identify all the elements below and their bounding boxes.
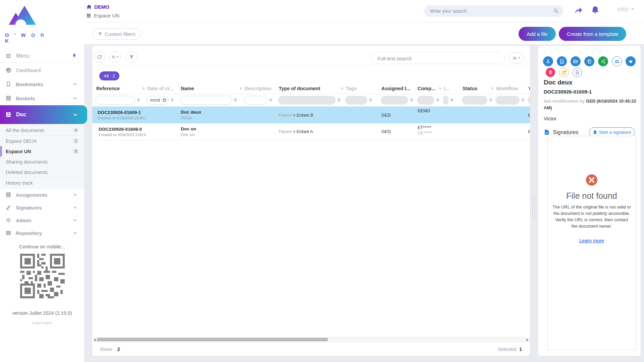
column-header-name[interactable]: Name <box>179 83 243 94</box>
column-header-date[interactable]: Date of cr... <box>146 83 179 94</box>
upload-version-button[interactable] <box>557 56 567 66</box>
submenu-item-deleted-documents[interactable]: Deleted documents <box>0 167 84 177</box>
app-logo[interactable] <box>5 4 36 31</box>
tags-filter-select[interactable] <box>345 96 367 105</box>
filter-funnel-icon[interactable] <box>436 98 440 102</box>
assigned-filter-select[interactable] <box>381 96 408 105</box>
create-from-template-button[interactable]: Create from a template <box>559 27 626 41</box>
columns-button[interactable] <box>109 51 121 63</box>
sidebar-item-dashboard[interactable]: Dashboard <box>0 63 84 77</box>
description-filter-input[interactable] <box>244 96 267 105</box>
name-filter-input[interactable] <box>180 96 232 105</box>
favorite-button[interactable] <box>626 56 636 66</box>
column-header-type[interactable]: Type of document <box>277 83 344 94</box>
table-row[interactable]: DOC230926-01608-0 Created on 9/26/2023 3… <box>92 123 530 140</box>
sidebar-item-doc-active[interactable]: Doc <box>0 105 87 124</box>
filter-funnel-icon[interactable] <box>450 98 454 102</box>
submenu-item-espace-deux[interactable]: Espace DEUX 2 <box>0 136 84 146</box>
table-row[interactable]: w DOC230926-01609-1 Created on 6/18/2024… <box>92 107 530 123</box>
filter-funnel-icon[interactable] <box>170 98 174 102</box>
filter-funnel-icon[interactable] <box>369 98 373 102</box>
sidebar-item-repository[interactable]: Repository <box>0 226 84 240</box>
column-header-tags[interactable]: Tags <box>344 83 380 94</box>
column-header-assigned[interactable]: Assigned t... <box>380 83 416 94</box>
folder-open-icon <box>573 59 578 64</box>
learn-more-link[interactable]: Learn more <box>579 238 604 243</box>
legal-notice-link[interactable]: Legal notice <box>0 321 84 325</box>
horizontal-scrollbar[interactable] <box>93 337 529 342</box>
sidebar-item-baskets[interactable]: Baskets <box>0 91 84 105</box>
scope-badge[interactable]: All : 2 <box>99 71 119 80</box>
column-label: Description <box>245 86 271 91</box>
status-filter-select[interactable] <box>462 96 487 105</box>
sidebar-item-assignments[interactable]: Assignments <box>0 188 84 202</box>
add-file-button[interactable]: Add a file <box>519 27 556 41</box>
column-label: I... <box>444 86 449 91</box>
column-header-description[interactable]: Description <box>243 83 277 94</box>
custom-filters-button[interactable]: Custom filters <box>93 28 141 40</box>
column-header-i[interactable]: I... <box>442 83 461 94</box>
doc-submenu: All the documents 4 Espace DEUX 2 Espace… <box>0 124 84 189</box>
i-filter-select[interactable] <box>443 96 448 105</box>
type-filter-select[interactable] <box>278 96 336 105</box>
user-menu[interactable]: GED <box>618 6 634 12</box>
filter-funnel-icon[interactable] <box>489 98 493 102</box>
reference-filter-input[interactable] <box>96 96 135 105</box>
share-icon[interactable] <box>574 5 583 15</box>
global-search-input[interactable] <box>429 6 548 16</box>
sidebar-item-signatures[interactable]: Signatures <box>0 200 84 215</box>
notifications-bell-icon[interactable] <box>591 5 600 15</box>
clipped-cell-text: I <box>528 113 530 118</box>
company-filter-select[interactable] <box>417 96 434 105</box>
column-label: Y <box>528 86 530 91</box>
scrollbar-thumb[interactable] <box>97 338 328 341</box>
column-header-reference[interactable]: Reference <box>95 83 146 94</box>
filter-funnel-icon[interactable] <box>521 98 525 102</box>
pin-icon[interactable] <box>72 53 77 58</box>
sidebar-item-admin[interactable]: Admin <box>0 213 84 227</box>
table-settings-button[interactable] <box>508 52 524 64</box>
submenu-item-history-track[interactable]: History track <box>0 178 84 188</box>
sidebar-item-bookmarks[interactable]: Bookmarks <box>0 77 84 91</box>
sort-arrow-icon <box>341 87 343 90</box>
column-header-company[interactable]: Comp... <box>416 83 442 94</box>
column-header-workflow[interactable]: Workflow <box>495 83 527 94</box>
filter-funnel-icon[interactable] <box>233 98 237 102</box>
breadcrumb-space[interactable]: Espace UN <box>86 13 119 18</box>
workflow-filter-select[interactable] <box>495 96 520 105</box>
delete-button[interactable] <box>546 68 555 77</box>
date-filter-input[interactable] <box>147 96 169 105</box>
submenu-item-all-documents[interactable]: All the documents 4 <box>0 125 84 135</box>
refresh-button[interactable] <box>94 51 105 63</box>
open-folder-button[interactable] <box>571 56 581 66</box>
document-author: Victor <box>181 115 243 120</box>
search-icon[interactable] <box>553 8 559 14</box>
copy-button[interactable] <box>584 56 594 66</box>
filter-funnel-icon[interactable] <box>137 98 141 102</box>
edit-button[interactable] <box>559 68 569 77</box>
panel-resize-handle[interactable] <box>532 195 536 218</box>
breadcrumb-home[interactable]: DEMO <box>86 4 109 10</box>
filter-funnel-icon[interactable] <box>337 98 341 102</box>
share-button[interactable] <box>598 56 608 66</box>
submenu-label: Sharing documents <box>6 159 48 165</box>
column-label: Workflow <box>496 86 518 91</box>
filter-funnel-icon[interactable] <box>410 98 414 102</box>
scroll-right-arrow[interactable] <box>527 339 528 341</box>
column-header-y[interactable]: Y <box>527 83 530 94</box>
y-filter-select[interactable] <box>528 96 530 105</box>
scroll-left-arrow[interactable] <box>94 339 96 341</box>
toolbar-divider <box>92 65 530 65</box>
submenu-item-sharing-documents[interactable]: Sharing documents <box>0 157 84 167</box>
fulltext-search-input[interactable] <box>377 54 499 63</box>
download-button[interactable] <box>543 56 553 66</box>
menu-toggle[interactable]: Menu <box>0 49 84 62</box>
filter-button[interactable] <box>126 51 137 63</box>
filter-funnel-icon[interactable] <box>269 98 273 102</box>
assign-users-button[interactable] <box>612 56 622 66</box>
chevron-down-icon <box>518 57 520 59</box>
submenu-item-espace-un[interactable]: Espace UN 2 <box>0 146 84 157</box>
column-header-status[interactable]: Status <box>461 83 495 94</box>
column-label: Name <box>181 86 194 91</box>
document-properties-button[interactable] <box>573 68 582 77</box>
